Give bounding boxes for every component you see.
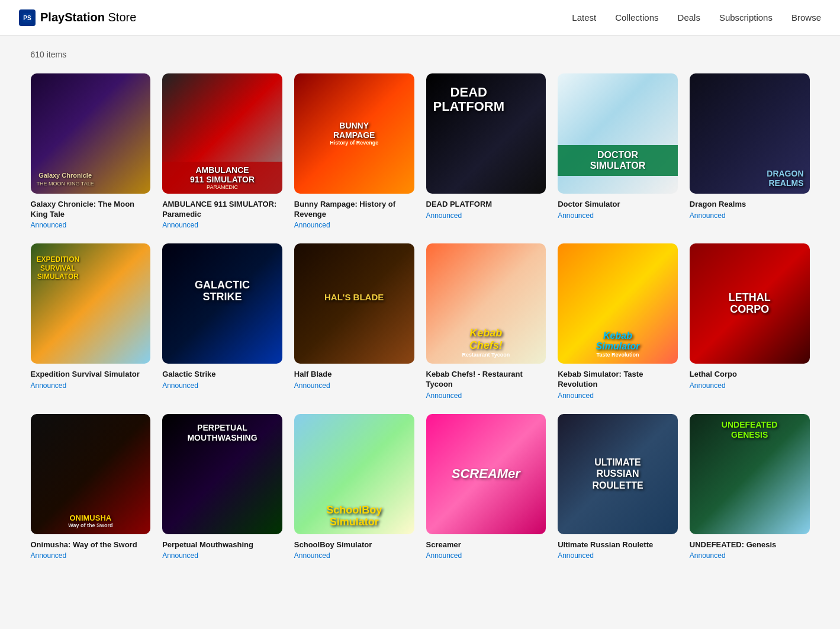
lethal-overlay-text: LETHALCORPO (729, 292, 771, 316)
game-card-doctor-simulator[interactable]: DOCTORSIMULATOR Doctor Simulator Announc… (558, 73, 678, 229)
game-image-undefeated-genesis: UNDEFEATEDGENESIS (690, 414, 810, 534)
game-title-kebab-simulator: Kebab Simulator: Taste Revolution (558, 370, 678, 390)
game-title-kebab-chefs: Kebab Chefs! - Restaurant Tycoon (426, 370, 546, 390)
game-image-perpetual-mouthwashing: PERPETUALMOUTHWASHING (162, 414, 282, 534)
doctor-overlay-text: DOCTORSIMULATOR (558, 145, 678, 176)
game-title-ultimate-russian-roulette: Ultimate Russian Roulette (558, 540, 678, 550)
expedition-overlay-text: EXPEDITIONSURVIVALSIMULATOR (37, 255, 80, 281)
game-image-expedition-survival: EXPEDITIONSURVIVALSIMULATOR (31, 243, 151, 364)
dragon-overlay-text: DRAGONREALMS (767, 169, 803, 188)
game-card-kebab-simulator[interactable]: KebabSimulator Taste Revolution Kebab Si… (558, 243, 678, 399)
game-status-onimusha: Announced (31, 551, 151, 560)
main-nav: Latest Collections Deals Subscriptions B… (572, 12, 821, 23)
game-card-half-blade[interactable]: HAL'S BLADE Half Blade Announced (294, 243, 414, 399)
nav-subscriptions[interactable]: Subscriptions (719, 10, 773, 25)
nav-browse[interactable]: Browse (791, 10, 821, 25)
galaxy-overlay-text: Galaxy ChronicleTHE MOON KING TALE (37, 172, 94, 187)
game-title-perpetual-mouthwashing: Perpetual Mouthwashing (162, 540, 282, 550)
game-image-schoolboy-simulator: SchoolBoySimulator (294, 414, 414, 534)
game-title-dead-platform: DEAD PLATFORM (426, 200, 546, 210)
game-card-screamer[interactable]: SCREAMer Screamer Announced (426, 414, 546, 560)
logo-area: PS PlayStation Store (19, 9, 136, 26)
game-title-dragon-realms: Dragon Realms (690, 200, 810, 210)
game-status-lethal-corpo: Announced (690, 381, 810, 390)
game-image-kebab-simulator: KebabSimulator Taste Revolution (558, 243, 678, 364)
screamer-overlay-text: SCREAMer (452, 466, 520, 482)
game-image-galaxy-chronicle: Galaxy ChronicleTHE MOON KING TALE (31, 73, 151, 194)
game-title-galaxy-chronicle: Galaxy Chronicle: The Moon King Tale (31, 200, 151, 220)
galactic-overlay-text: GALACTICSTRIKE (195, 280, 250, 303)
main-content: 610 items Galaxy ChronicleTHE MOON KING … (12, 36, 829, 574)
bunny-overlay-text: BUNNYRAMPAGE History of Revenge (330, 121, 378, 146)
game-card-ultimate-russian-roulette[interactable]: ULTIMATERUSSIANROULETTE Ultimate Russian… (558, 414, 678, 560)
game-image-dead-platform: DEADPLATFORM (426, 73, 546, 194)
game-card-perpetual-mouthwashing[interactable]: PERPETUALMOUTHWASHING Perpetual Mouthwas… (162, 414, 282, 560)
perpetual-overlay-text: PERPETUALMOUTHWASHING (168, 423, 276, 443)
game-status-doctor-simulator: Announced (558, 211, 678, 220)
playstation-icon: PS (19, 9, 36, 26)
game-card-bunny-rampage[interactable]: BUNNYRAMPAGE History of Revenge Bunny Ra… (294, 73, 414, 229)
game-title-galactic-strike: Galactic Strike (162, 370, 282, 380)
game-image-onimusha: ONIMUSHA Way of the Sword (31, 414, 151, 534)
undefeated-overlay-text: UNDEFEATEDGENESIS (722, 420, 778, 440)
nav-collections[interactable]: Collections (615, 10, 658, 25)
game-status-undefeated-genesis: Announced (690, 551, 810, 560)
game-title-expedition-survival: Expedition Survival Simulator (31, 370, 151, 380)
game-card-dead-platform[interactable]: DEADPLATFORM DEAD PLATFORM Announced (426, 73, 546, 229)
kebab-sim-overlay-text: KebabSimulator Taste Revolution (596, 330, 640, 358)
game-card-lethal-corpo[interactable]: LETHALCORPO Lethal Corpo Announced (690, 243, 810, 399)
game-status-ambulance-911: Announced (162, 221, 282, 229)
game-status-galaxy-chronicle: Announced (31, 221, 151, 229)
game-title-lethal-corpo: Lethal Corpo (690, 370, 810, 380)
game-image-dragon-realms: DRAGONREALMS (690, 73, 810, 194)
game-title-undefeated-genesis: UNDEFEATED: Genesis (690, 540, 810, 550)
header: PS PlayStation Store Latest Collections … (0, 0, 840, 36)
onimusha-overlay-text: ONIMUSHA Way of the Sword (68, 514, 112, 528)
game-image-kebab-chefs: KebabChefs! Restaurant Tycoon (426, 243, 546, 364)
game-card-galactic-strike[interactable]: GALACTICSTRIKE Galactic Strike Announced (162, 243, 282, 399)
game-image-galactic-strike: GALACTICSTRIKE (162, 243, 282, 364)
game-status-dead-platform: Announced (426, 211, 546, 220)
game-title-screamer: Screamer (426, 540, 546, 550)
nav-deals[interactable]: Deals (678, 10, 700, 25)
game-status-perpetual-mouthwashing: Announced (162, 551, 282, 560)
game-card-schoolboy-simulator[interactable]: SchoolBoySimulator SchoolBoy Simulator A… (294, 414, 414, 560)
game-image-doctor-simulator: DOCTORSIMULATOR (558, 73, 678, 194)
game-status-dragon-realms: Announced (690, 211, 810, 220)
svg-text:PS: PS (23, 15, 31, 21)
nav-latest[interactable]: Latest (572, 10, 596, 25)
game-card-ambulance-911[interactable]: AMBULANCE911 SIMULATOR PARAMEDIC AMBULAN… (162, 73, 282, 229)
game-card-galaxy-chronicle[interactable]: Galaxy ChronicleTHE MOON KING TALE Galax… (31, 73, 151, 229)
games-grid: Galaxy ChronicleTHE MOON KING TALE Galax… (31, 73, 810, 560)
game-image-screamer: SCREAMer (426, 414, 546, 534)
game-title-schoolboy-simulator: SchoolBoy Simulator (294, 540, 414, 550)
ambulance-overlay-text: AMBULANCE911 SIMULATOR PARAMEDIC (162, 162, 282, 194)
game-card-kebab-chefs[interactable]: KebabChefs! Restaurant Tycoon Kebab Chef… (426, 243, 546, 399)
game-card-undefeated-genesis[interactable]: UNDEFEATEDGENESIS UNDEFEATED: Genesis An… (690, 414, 810, 560)
kebab-chefs-overlay-text: KebabChefs! Restaurant Tycoon (462, 327, 510, 358)
game-title-bunny-rampage: Bunny Rampage: History of Revenge (294, 200, 414, 220)
game-status-screamer: Announced (426, 551, 546, 560)
game-card-expedition-survival[interactable]: EXPEDITIONSURVIVALSIMULATOR Expedition S… (31, 243, 151, 399)
game-title-ambulance-911: AMBULANCE 911 SIMULATOR: Paramedic (162, 200, 282, 220)
game-status-kebab-simulator: Announced (558, 391, 678, 400)
store-logo-text: PlayStation Store (40, 11, 136, 24)
game-title-onimusha: Onimusha: Way of the Sword (31, 540, 151, 550)
item-count: 610 items (31, 50, 810, 59)
game-status-kebab-chefs: Announced (426, 391, 546, 400)
game-card-onimusha[interactable]: ONIMUSHA Way of the Sword Onimusha: Way … (31, 414, 151, 560)
game-card-dragon-realms[interactable]: DRAGONREALMS Dragon Realms Announced (690, 73, 810, 229)
game-title-half-blade: Half Blade (294, 370, 414, 380)
schoolboy-overlay-text: SchoolBoySimulator (326, 505, 382, 528)
game-status-schoolboy-simulator: Announced (294, 551, 414, 560)
game-image-half-blade: HAL'S BLADE (294, 243, 414, 364)
game-image-lethal-corpo: LETHALCORPO (690, 243, 810, 364)
game-status-bunny-rampage: Announced (294, 221, 414, 229)
game-status-half-blade: Announced (294, 381, 414, 390)
game-image-ultimate-russian-roulette: ULTIMATERUSSIANROULETTE (558, 414, 678, 534)
game-image-ambulance-911: AMBULANCE911 SIMULATOR PARAMEDIC (162, 73, 282, 194)
game-image-bunny-rampage: BUNNYRAMPAGE History of Revenge (294, 73, 414, 194)
game-status-galactic-strike: Announced (162, 381, 282, 390)
dead-platform-overlay-text: DEADPLATFORM (433, 85, 505, 114)
game-title-doctor-simulator: Doctor Simulator (558, 200, 678, 210)
